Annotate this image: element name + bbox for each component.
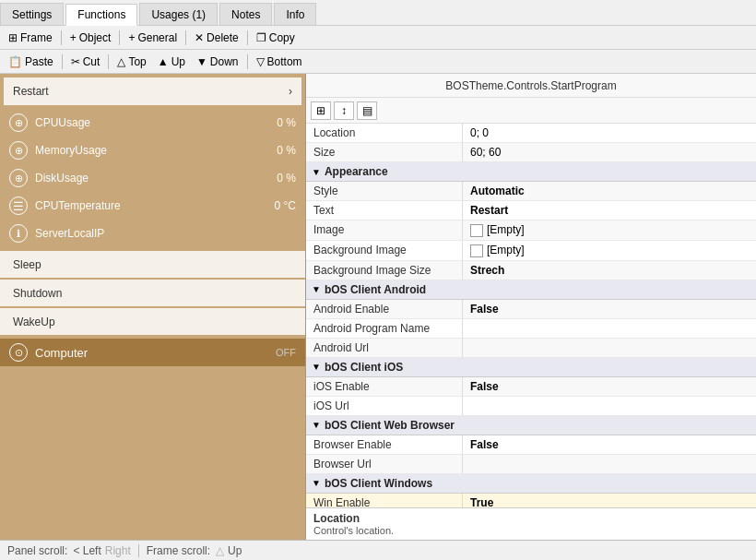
prop-row-text: Text Restart <box>306 201 756 220</box>
prop-row-win-enable: Win Enable True <box>306 494 756 507</box>
paste-button[interactable]: 📋 Paste <box>4 54 58 70</box>
sep4 <box>247 30 248 45</box>
prop-row-location: Location 0; 0 <box>306 124 756 143</box>
frame-up-button[interactable]: Up <box>228 544 242 557</box>
prop-value-browser-url[interactable] <box>463 455 756 473</box>
frame-icon: ⊞ <box>8 31 18 44</box>
tab-info[interactable]: Info <box>274 3 316 25</box>
computer-icon: ⊙ <box>9 343 28 362</box>
prop-value-size[interactable]: 60; 60 <box>463 143 756 161</box>
bottom-icon: ▽ <box>256 55 265 68</box>
sep2 <box>119 30 120 45</box>
prop-name-text: Text <box>306 201 463 220</box>
top-icon: △ <box>117 55 125 68</box>
right-panel-title: BOSTheme.Controls.StartProgram <box>306 74 756 98</box>
section-appearance[interactable]: ▼ Appearance <box>306 162 756 182</box>
section-android[interactable]: ▼ bOS Client Android <box>306 280 756 300</box>
frame-up-icon: △ <box>216 544 224 557</box>
tab-notes[interactable]: Notes <box>219 3 272 25</box>
section-windows[interactable]: ▼ bOS Client Windows <box>306 474 756 494</box>
prop-value-style[interactable]: Automatic <box>463 182 756 200</box>
disk-usage-label: DiskUsage <box>35 172 277 185</box>
tab-usages[interactable]: Usages (1) <box>139 3 218 25</box>
disk-usage-item[interactable]: ⊕ DiskUsage 0 % <box>0 164 305 192</box>
prop-row-ios-url: iOS Url <box>306 397 756 416</box>
tab-settings[interactable]: Settings <box>0 3 64 25</box>
restart-item[interactable]: Restart › <box>2 76 303 107</box>
delete-button[interactable]: ✕ Delete <box>190 30 243 46</box>
prop-name-location: Location <box>306 124 463 142</box>
prop-value-image[interactable]: [Empty] <box>463 220 756 240</box>
cpu-usage-value: 0 % <box>277 116 296 129</box>
wakeup-item[interactable]: WakeUp <box>0 308 305 335</box>
status-sep-1 <box>138 544 139 557</box>
prop-value-ios-url[interactable] <box>463 397 756 415</box>
prop-value-ios-enable[interactable]: False <box>463 377 756 396</box>
section-web-browser[interactable]: ▼ bOS Client Web Browser <box>306 416 756 435</box>
prop-value-android-program-name[interactable] <box>463 319 756 338</box>
ios-section-label: bOS Client iOS <box>325 361 403 374</box>
cpu-temp-item[interactable]: ☰ CPUTemperature 0 °C <box>0 192 305 220</box>
prop-row-android-url: Android Url <box>306 339 756 358</box>
windows-section-label: bOS Client Windows <box>325 477 432 490</box>
frame-scroll-label: Frame scroll: <box>147 544 210 557</box>
web-section-label: bOS Client Web Browser <box>325 419 455 432</box>
general-button[interactable]: + General <box>124 30 182 46</box>
cpu-usage-item[interactable]: ⊕ CPUUsage 0 % <box>0 109 305 137</box>
prop-row-image: Image [Empty] <box>306 220 756 241</box>
panel-scroll-label: Panel scroll: <box>7 544 67 557</box>
prop-value-android-url[interactable] <box>463 339 756 357</box>
server-local-ip-icon: ℹ <box>9 224 28 243</box>
appearance-section-label: Appearance <box>325 165 388 178</box>
filter-button[interactable]: ▤ <box>357 101 377 120</box>
up-button[interactable]: ▲ Up <box>153 54 190 70</box>
prop-name-browser-url: Browser Url <box>306 455 463 473</box>
sleep-item[interactable]: Sleep <box>0 251 305 278</box>
right-button[interactable]: Right <box>105 544 131 557</box>
top-button[interactable]: △ Top <box>112 54 150 70</box>
computer-label: Computer <box>35 346 276 360</box>
prop-row-style: Style Automatic <box>306 182 756 201</box>
sep1 <box>61 30 62 45</box>
cut-button[interactable]: ✂ Cut <box>66 54 105 70</box>
computer-item[interactable]: ⊙ Computer OFF <box>0 339 305 366</box>
frame-button[interactable]: ⊞ Frame <box>4 30 57 46</box>
prop-name-browser-enable: Browser Enable <box>306 435 463 454</box>
sep7 <box>247 54 248 69</box>
memory-usage-value: 0 % <box>277 144 296 157</box>
prop-value-browser-enable[interactable]: False <box>463 435 756 454</box>
paste-icon: 📋 <box>8 55 22 68</box>
object-button[interactable]: + Object <box>65 30 116 46</box>
tab-functions[interactable]: Functions <box>65 4 137 26</box>
prop-value-bg-image[interactable]: [Empty] <box>463 241 756 260</box>
grid-view-button[interactable]: ⊞ <box>311 101 331 120</box>
prop-name-image: Image <box>306 220 463 240</box>
prop-value-location[interactable]: 0; 0 <box>463 124 756 142</box>
chevron-down-icon-ios: ▼ <box>312 362 321 372</box>
prop-row-browser-enable: Browser Enable False <box>306 435 756 455</box>
restart-label: Restart <box>13 85 49 98</box>
prop-name-bg-image: Background Image <box>306 241 463 260</box>
prop-row-size: Size 60; 60 <box>306 143 756 162</box>
memory-usage-item[interactable]: ⊕ MemoryUsage 0 % <box>0 137 305 164</box>
cpu-usage-icon: ⊕ <box>9 113 28 132</box>
prop-value-win-enable[interactable]: True <box>463 494 756 507</box>
chevron-down-icon: ▼ <box>312 167 321 177</box>
prop-name-android-enable: Android Enable <box>306 300 463 318</box>
sort-button[interactable]: ↕ <box>334 101 354 120</box>
chevron-down-icon-android: ▼ <box>312 284 321 294</box>
shutdown-item[interactable]: Shutdown <box>0 280 305 306</box>
left-button[interactable]: < Left <box>73 544 100 557</box>
prop-value-android-enable[interactable]: False <box>463 300 756 318</box>
bottom-button[interactable]: ▽ Bottom <box>252 54 307 70</box>
section-ios[interactable]: ▼ bOS Client iOS <box>306 358 756 377</box>
plus-icon: + <box>70 31 77 44</box>
memory-usage-icon: ⊕ <box>9 141 28 160</box>
prop-value-text[interactable]: Restart <box>463 201 756 220</box>
copy-button[interactable]: ❐ Copy <box>252 30 300 46</box>
down-button[interactable]: ▼ Down <box>192 54 243 70</box>
computer-value: OFF <box>276 347 296 358</box>
server-local-ip-item[interactable]: ℹ ServerLocalIP <box>0 220 305 247</box>
info-title: Location <box>313 512 749 525</box>
prop-value-bg-image-size[interactable]: Strech <box>463 261 756 280</box>
